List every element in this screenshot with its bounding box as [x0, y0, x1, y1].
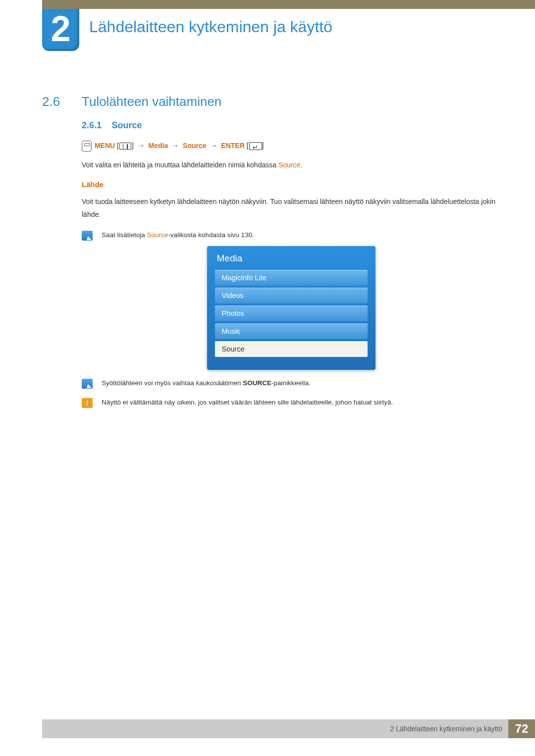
- bracket-open: [: [247, 142, 249, 150]
- info-icon: [82, 379, 93, 389]
- arrow-icon: →: [210, 142, 217, 150]
- text: Saat lisätietoja: [102, 231, 147, 239]
- bracket-close: ]: [262, 142, 264, 150]
- info-icon: [82, 231, 93, 241]
- chapter-number-badge: 2: [42, 9, 79, 51]
- text: Syöttölähteen voi myös vaihtaa kaukosäät…: [102, 379, 243, 387]
- warning-note: ! Näyttö ei välttämättä näy oikein, jos …: [82, 397, 500, 408]
- media-item[interactable]: Videos: [215, 288, 368, 303]
- page-content: 2.6 Tulolähteen vaihtaminen 2.6.1 Source…: [42, 94, 500, 408]
- source-link: Source: [147, 231, 168, 239]
- text: -painikkeella.: [271, 379, 311, 387]
- info-note-2: Syöttölähteen voi myös vaihtaa kaukosäät…: [82, 378, 500, 389]
- enter-icon: [249, 142, 262, 150]
- media-item[interactable]: Source: [215, 341, 368, 357]
- media-item[interactable]: Music: [215, 323, 368, 339]
- arrow-icon: →: [138, 142, 145, 150]
- media-item[interactable]: MagicInfo Lite: [215, 270, 368, 286]
- lahde-heading: Lähde: [82, 180, 500, 189]
- warning-icon: !: [82, 398, 93, 408]
- media-panel-container: Media MagicInfo LiteVideosPhotosMusicSou…: [82, 246, 500, 370]
- paragraph-lahde: Voit tuoda laitteeseen kytketyn lähdelai…: [82, 196, 500, 220]
- subsection-title: Source: [112, 120, 142, 130]
- paragraph-source-intro: Voit valita eri lähteitä ja muuttaa lähd…: [82, 159, 500, 171]
- subsection-number: 2.6.1: [82, 120, 102, 130]
- nav-source: Source: [183, 142, 206, 150]
- section-title: Tulolähteen vaihtaminen: [82, 94, 221, 109]
- bracket-open: [: [117, 142, 119, 150]
- section-heading: 2.6 Tulolähteen vaihtaminen: [42, 94, 500, 109]
- info-note-1: Saat lisätietoja Source-valikosta kohdas…: [82, 230, 500, 241]
- page-number: 72: [508, 719, 535, 738]
- footer-bar: 2 Lähdelaitteen kytkeminen ja käyttö 72: [42, 719, 535, 738]
- info-note-text: Saat lisätietoja Source-valikosta kohdas…: [102, 230, 254, 241]
- media-panel-title: Media: [215, 253, 368, 264]
- source-link: Source: [278, 161, 300, 169]
- info-note-text: Syöttölähteen voi myös vaihtaa kaukosäät…: [102, 378, 311, 389]
- text: .: [300, 161, 302, 169]
- media-item[interactable]: Photos: [215, 305, 368, 321]
- footer-text: 2 Lähdelaitteen kytkeminen ja käyttö: [390, 725, 508, 733]
- bracket-close: ]: [132, 142, 136, 150]
- navigation-path: MENU [] → Media → Source → ENTER []: [82, 140, 500, 152]
- media-panel: Media MagicInfo LiteVideosPhotosMusicSou…: [207, 246, 375, 370]
- nav-media: Media: [149, 142, 168, 150]
- media-items-list: MagicInfo LiteVideosPhotosMusicSource: [215, 270, 368, 357]
- arrow-icon: →: [172, 142, 179, 150]
- source-bold: SOURCE: [243, 379, 271, 387]
- remote-icon: [82, 141, 92, 151]
- section-number: 2.6: [42, 94, 82, 109]
- warning-text: Näyttö ei välttämättä näy oikein, jos va…: [102, 397, 393, 408]
- text: -valikosta kohdasta sivu 130.: [168, 231, 254, 239]
- text: Voit valita eri lähteitä ja muuttaa lähd…: [82, 161, 278, 169]
- subsection-heading: 2.6.1 Source: [82, 120, 500, 131]
- nav-enter: ENTER: [221, 142, 244, 150]
- nav-menu: MENU: [95, 142, 115, 150]
- menu-icon: [119, 143, 131, 150]
- chapter-title: Lähdelaitteen kytkeminen ja käyttö: [89, 18, 332, 36]
- top-accent-bar: [42, 0, 535, 9]
